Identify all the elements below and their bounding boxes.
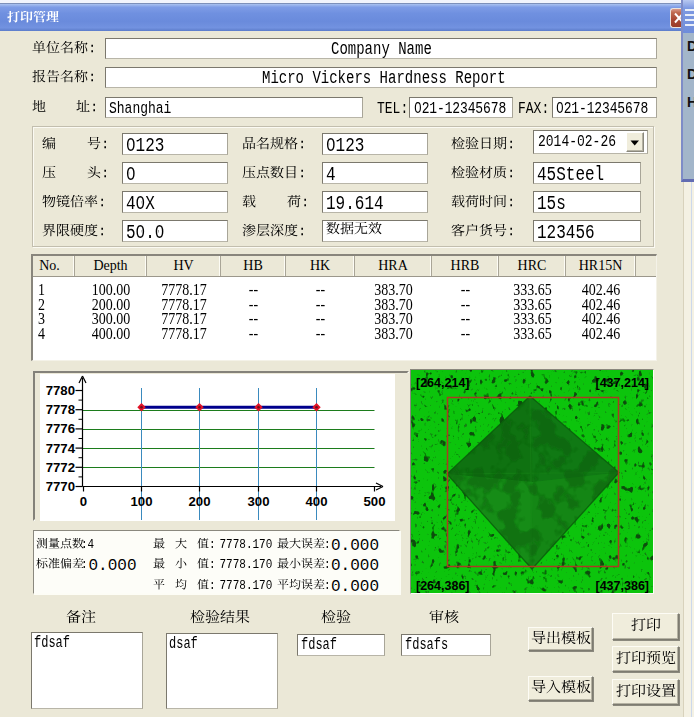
svg-text:400: 400: [305, 494, 327, 509]
svg-text:0: 0: [80, 494, 87, 509]
svg-text:7774: 7774: [46, 441, 76, 456]
svg-text:7776: 7776: [46, 421, 75, 436]
svg-text:7780: 7780: [46, 383, 75, 398]
svg-text:[264,214]: [264,214]: [416, 376, 470, 390]
svg-text:7778: 7778: [46, 402, 75, 417]
svg-text:500: 500: [363, 494, 385, 509]
svg-text:[437,386]: [437,386]: [595, 579, 649, 593]
svg-text:[264,386]: [264,386]: [416, 579, 470, 593]
svg-text:300: 300: [247, 494, 269, 509]
svg-text:7772: 7772: [46, 460, 75, 475]
svg-text:200: 200: [188, 494, 210, 509]
svg-text:100: 100: [130, 494, 152, 509]
svg-text:[437,214]: [437,214]: [595, 376, 649, 390]
svg-text:7770: 7770: [46, 479, 75, 494]
